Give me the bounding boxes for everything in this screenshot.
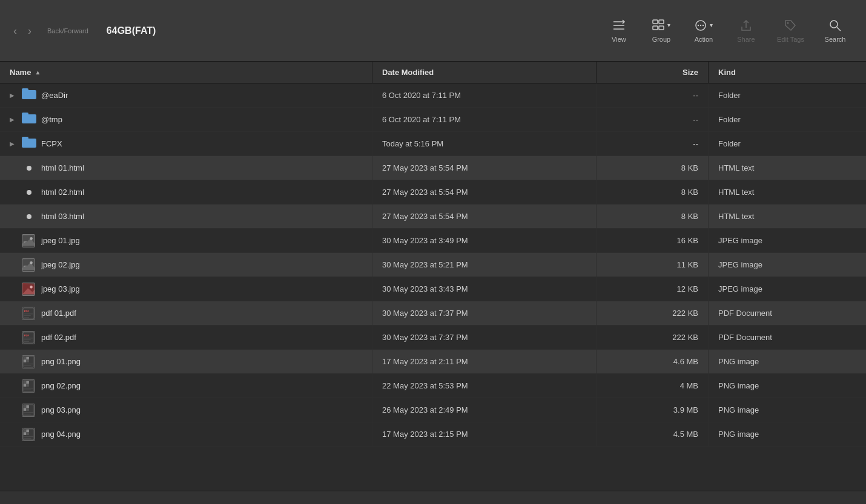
file-date-cell: 22 May 2023 at 5:53 PM (372, 374, 597, 398)
svg-rect-5 (653, 26, 658, 30)
col-date-header[interactable]: Date Modified (372, 62, 597, 83)
share-icon (739, 19, 753, 32)
svg-rect-43 (26, 356, 29, 359)
table-row[interactable]: jpeg 02.jpg 30 May 2023 at 5:21 PM 11 KB… (0, 253, 866, 277)
table-row[interactable]: png 04.png 17 May 2023 at 2:15 PM 4.5 MB… (0, 422, 866, 447)
col-size-header[interactable]: Size (597, 62, 709, 83)
disclosure-icon[interactable]: ▶ (10, 140, 17, 147)
file-kind-cell: HTML text (709, 180, 866, 204)
back-button[interactable]: ‹ (10, 23, 21, 39)
table-row[interactable]: png 01.png 17 May 2023 at 2:11 PM 4.6 MB… (0, 350, 866, 374)
file-kind-cell: HTML text (709, 156, 866, 180)
svg-rect-3 (653, 20, 658, 24)
svg-rect-18 (22, 139, 36, 148)
svg-point-23 (30, 237, 33, 240)
file-name-label: png 04.png (41, 430, 81, 439)
file-size-cell: -- (597, 132, 709, 155)
table-row[interactable]: PDF pdf 02.pdf 30 May 2023 at 7:37 PM 22… (0, 326, 866, 350)
edit-tags-label: Edit Tags (777, 36, 804, 43)
col-name-header[interactable]: Name ▲ (0, 62, 372, 83)
svg-rect-51 (24, 384, 27, 387)
svg-point-11 (787, 22, 789, 24)
col-kind-label: Kind (718, 68, 736, 77)
svg-text:PDF: PDF (24, 334, 30, 337)
svg-rect-63 (24, 429, 27, 432)
svg-rect-17 (22, 113, 28, 116)
disclosure-icon[interactable]: ▶ (10, 92, 17, 99)
file-name-label: jpeg 02.jpg (41, 260, 80, 269)
file-kind-cell: PDF Document (709, 301, 866, 325)
share-button[interactable]: Share (725, 14, 767, 48)
svg-point-10 (702, 24, 704, 25)
table-row[interactable]: png 02.png 22 May 2023 at 5:53 PM 4 MB P… (0, 374, 866, 398)
file-size-cell: 222 KB (597, 326, 709, 349)
search-button[interactable]: Search (814, 14, 856, 48)
table-row[interactable]: ▶ FCPX Today at 5:16 PM -- Folder (0, 132, 866, 156)
action-button[interactable]: ▾ Action (683, 14, 725, 48)
table-row[interactable]: html 01.html 27 May 2023 at 5:54 PM 8 KB… (0, 156, 866, 180)
svg-rect-42 (24, 356, 27, 359)
png-icon (22, 428, 36, 441)
file-date-cell: 27 May 2023 at 5:54 PM (372, 156, 597, 180)
file-name-cell: jpeg 02.jpg (0, 253, 372, 277)
file-kind-cell: Folder (709, 132, 866, 155)
file-name-cell: html 02.html (0, 180, 372, 204)
file-date-cell: Today at 5:16 PM (372, 132, 597, 155)
file-name-cell: PDF pdf 02.pdf (0, 326, 372, 349)
file-name-cell: png 04.png (0, 422, 372, 446)
forward-button[interactable]: › (24, 23, 35, 39)
table-row[interactable]: ▶ @eaDir 6 Oct 2020 at 7:11 PM -- Folder (0, 83, 866, 108)
group-button[interactable]: ▾ Group (640, 14, 683, 48)
pdf-icon: PDF (22, 331, 36, 344)
svg-point-8 (698, 24, 699, 25)
file-name-cell: png 01.png (0, 350, 372, 373)
col-kind-header[interactable]: Kind (709, 62, 866, 83)
table-row[interactable]: png 03.png 26 May 2023 at 2:49 PM 3.9 MB… (0, 398, 866, 422)
svg-rect-16 (22, 114, 36, 123)
file-name-label: png 03.png (41, 405, 81, 414)
file-date-cell: 27 May 2023 at 5:54 PM (372, 205, 597, 228)
file-name-label: pdf 01.pdf (41, 309, 76, 318)
table-row[interactable]: ▶ @tmp 6 Oct 2020 at 7:11 PM -- Folder (0, 108, 866, 132)
table-row[interactable]: jpeg 03.jpg 30 May 2023 at 3:43 PM 12 KB… (0, 277, 866, 301)
file-name-label: FCPX (41, 139, 62, 148)
toolbar-actions: View ▾ Group (598, 14, 856, 48)
svg-rect-44 (24, 359, 27, 362)
jpeg-red-icon (22, 283, 36, 296)
file-kind-cell: Folder (709, 108, 866, 131)
file-name-cell: jpeg 01.jpg (0, 229, 372, 252)
table-row[interactable]: jpeg 01.jpg 30 May 2023 at 3:49 PM 16 KB… (0, 229, 866, 253)
status-bar (0, 491, 866, 504)
file-size-cell: 8 KB (597, 205, 709, 228)
file-name-label: @tmp (41, 115, 62, 124)
file-kind-cell: JPEG image (709, 277, 866, 301)
svg-point-12 (830, 21, 838, 28)
table-row[interactable]: html 03.html 27 May 2023 at 5:54 PM 8 KB… (0, 205, 866, 229)
view-button[interactable]: View (598, 14, 640, 48)
disclosure-icon[interactable]: ▶ (10, 116, 17, 123)
file-date-cell: 27 May 2023 at 5:54 PM (372, 180, 597, 204)
view-label: View (612, 36, 626, 43)
file-size-cell: -- (597, 83, 709, 107)
file-kind-cell: JPEG image (709, 229, 866, 252)
file-date-cell: 17 May 2023 at 2:15 PM (372, 422, 597, 446)
edit-tags-button[interactable]: Edit Tags (767, 14, 814, 48)
jpeg-icon (22, 258, 36, 272)
table-row[interactable]: PDF pdf 01.pdf 30 May 2023 at 7:37 PM 22… (0, 301, 866, 326)
table-row[interactable]: html 02.html 27 May 2023 at 5:54 PM 8 KB… (0, 180, 866, 205)
svg-rect-6 (659, 26, 664, 30)
svg-rect-56 (24, 405, 27, 408)
file-size-cell: -- (597, 108, 709, 131)
file-kind-cell: PNG image (709, 350, 866, 373)
file-name-label: pdf 02.pdf (41, 333, 76, 342)
svg-rect-57 (26, 405, 29, 408)
toolbar: ‹ › Back/Forward 64GB(FAT) View (0, 0, 866, 62)
svg-rect-4 (659, 20, 664, 24)
group-label: Group (652, 36, 671, 43)
file-date-cell: 17 May 2023 at 2:11 PM (372, 350, 597, 373)
file-date-cell: 30 May 2023 at 3:43 PM (372, 277, 597, 301)
file-date-cell: 30 May 2023 at 7:37 PM (372, 301, 597, 325)
file-name-label: html 01.html (41, 163, 84, 172)
file-date-cell: 30 May 2023 at 7:37 PM (372, 326, 597, 349)
file-list: ▶ @eaDir 6 Oct 2020 at 7:11 PM -- Folder… (0, 83, 866, 491)
